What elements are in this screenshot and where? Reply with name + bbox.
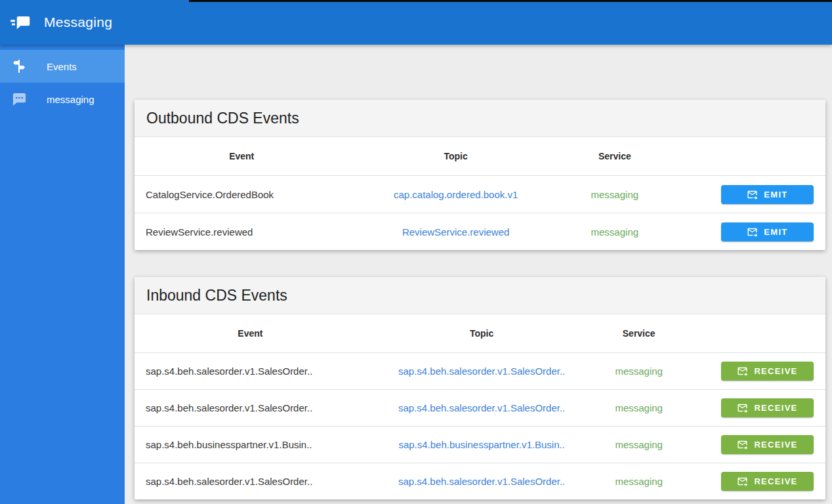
service-cell: messaging: [598, 353, 680, 390]
column-header-service: Service: [598, 314, 680, 353]
main-content: Outbound CDS Events Event Topic Service …: [125, 45, 832, 504]
topic-link[interactable]: sap.s4.beh.businesspartner.v1.Busin..: [398, 439, 565, 450]
receive-button[interactable]: RECEIVE: [721, 398, 814, 417]
emit-button[interactable]: EMIT: [721, 185, 814, 204]
signpost-icon: [11, 58, 27, 74]
sidebar-item-events[interactable]: Events: [0, 50, 125, 83]
service-cell: messaging: [598, 390, 680, 427]
service-cell: messaging: [563, 176, 667, 213]
column-header-action: [680, 314, 825, 353]
topic-link[interactable]: sap.s4.beh.salesorder.v1.SalesOrder..: [398, 476, 565, 487]
column-header-action: [667, 137, 825, 176]
table-row: ReviewService.reviewed ReviewService.rev…: [135, 213, 825, 251]
emit-button[interactable]: EMIT: [721, 222, 814, 242]
event-cell: sap.s4.beh.businesspartner.v1.Busin..: [135, 427, 366, 463]
send-mail-icon: [737, 366, 748, 377]
column-header-service: Service: [563, 137, 667, 176]
chat-dots-icon: [11, 91, 27, 107]
receive-button[interactable]: RECEIVE: [721, 362, 814, 381]
service-cell: messaging: [598, 427, 680, 463]
service-cell: messaging: [563, 213, 667, 251]
event-cell: sap.s4.beh.salesorder.v1.SalesOrder..: [135, 390, 366, 427]
emit-button-label: EMIT: [764, 190, 787, 200]
receive-button[interactable]: RECEIVE: [721, 472, 814, 491]
sidebar-item-label: Events: [47, 61, 77, 72]
event-cell: CatalogService.OrderedBook: [135, 176, 348, 213]
app-title: Messaging: [44, 14, 112, 30]
table-header-row: Event Topic Service: [135, 137, 825, 176]
topic-link[interactable]: sap.s4.beh.salesorder.v1.SalesOrder..: [398, 402, 565, 413]
outbound-events-card: Outbound CDS Events Event Topic Service …: [135, 100, 825, 250]
sidebar-item-messaging[interactable]: messaging: [0, 83, 125, 116]
outbound-events-table: Event Topic Service CatalogService.Order…: [135, 137, 825, 250]
send-mail-icon: [747, 226, 758, 238]
receive-button-label: RECEIVE: [754, 366, 797, 376]
table-row: sap.s4.beh.salesorder.v1.SalesOrder.. sa…: [135, 390, 825, 427]
column-header-topic: Topic: [366, 314, 598, 353]
topic-link[interactable]: cap.catalog.ordered.book.v1: [394, 189, 518, 200]
column-header-event: Event: [135, 314, 366, 353]
receive-button-label: RECEIVE: [754, 476, 797, 486]
table-row: CatalogService.OrderedBook cap.catalog.o…: [135, 176, 825, 213]
inbound-card-header: Inbound CDS Events: [135, 277, 825, 314]
card-title-outbound: Outbound CDS Events: [146, 110, 299, 127]
screen-edge-strip: [189, 0, 832, 2]
event-cell: sap.s4.beh.salesorder.v1.SalesOrder..: [135, 463, 366, 500]
emit-button-label: EMIT: [764, 227, 787, 237]
send-mail-icon: [737, 439, 748, 450]
card-title-inbound: Inbound CDS Events: [146, 287, 287, 304]
messaging-logo-icon: [10, 14, 31, 31]
app-window: Messaging Events messagin: [0, 0, 832, 504]
table-row: sap.s4.beh.salesorder.v1.SalesOrder.. sa…: [135, 353, 825, 390]
receive-button-label: RECEIVE: [754, 440, 797, 450]
topic-link[interactable]: sap.s4.beh.salesorder.v1.SalesOrder..: [398, 366, 565, 377]
outbound-card-header: Outbound CDS Events: [135, 100, 825, 137]
sidebar: Events messaging: [0, 45, 125, 504]
send-mail-icon: [737, 476, 748, 487]
app-header: Messaging: [0, 0, 832, 45]
topic-link[interactable]: ReviewService.reviewed: [402, 226, 509, 238]
column-header-event: Event: [135, 137, 348, 176]
table-row: sap.s4.beh.salesorder.v1.SalesOrder.. sa…: [135, 463, 825, 500]
column-header-topic: Topic: [348, 137, 562, 176]
send-mail-icon: [747, 189, 758, 200]
event-cell: sap.s4.beh.salesorder.v1.SalesOrder..: [135, 353, 366, 390]
table-header-row: Event Topic Service: [135, 314, 825, 353]
inbound-events-card: Inbound CDS Events Event Topic Service s…: [135, 277, 825, 499]
sidebar-item-label: messaging: [47, 94, 94, 105]
service-cell: messaging: [598, 463, 680, 500]
send-mail-icon: [737, 402, 748, 413]
table-row: sap.s4.beh.businesspartner.v1.Busin.. sa…: [135, 427, 825, 463]
receive-button-label: RECEIVE: [754, 403, 797, 413]
inbound-events-table: Event Topic Service sap.s4.beh.salesorde…: [135, 314, 825, 499]
event-cell: ReviewService.reviewed: [135, 213, 348, 251]
receive-button[interactable]: RECEIVE: [721, 435, 814, 454]
